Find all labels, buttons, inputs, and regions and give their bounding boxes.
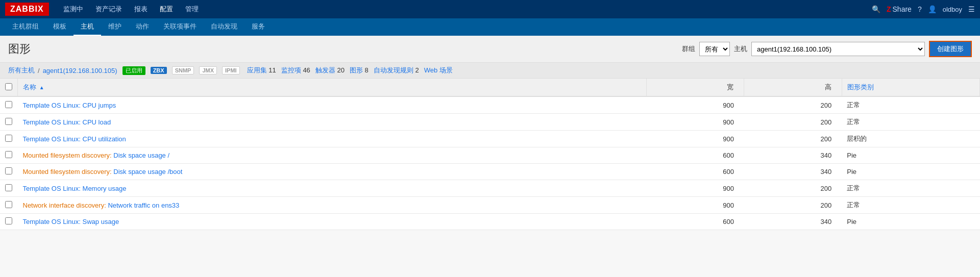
row-type: Pie bbox=[842, 214, 979, 230]
select-all-checkbox[interactable] bbox=[5, 83, 12, 90]
subnav-hostgroups[interactable]: 主机群组 bbox=[5, 18, 46, 36]
filter-group: 群组 所有 主机 agent1(192.168.100.105) 创建图形 bbox=[682, 41, 972, 57]
group-select[interactable]: 所有 bbox=[699, 42, 730, 56]
settings-icon[interactable]: ☰ bbox=[968, 5, 975, 13]
row-name[interactable]: Swap usage bbox=[81, 218, 119, 225]
row-checkbox[interactable] bbox=[5, 201, 12, 208]
row-name-cell: Template OS Linux: Memory usage bbox=[18, 180, 647, 197]
row-prefix[interactable]: Mounted filesystem discovery: bbox=[23, 168, 112, 175]
breadcrumb-all-hosts[interactable]: 所有主机 bbox=[8, 66, 35, 75]
subnav-correlations[interactable]: 关联项事件 bbox=[156, 18, 204, 36]
stat-triggers: 触发器 20 bbox=[315, 66, 345, 75]
enabled-badge: 已启用 bbox=[122, 66, 145, 75]
graphs-table: 名称 ▲ 宽 高 图形类别 Template OS Linux: CPU jum… bbox=[0, 79, 980, 230]
host-select[interactable]: agent1(192.168.100.105) bbox=[751, 42, 925, 56]
row-prefix[interactable]: Template OS Linux: bbox=[23, 102, 81, 109]
nav-reports[interactable]: 报表 bbox=[128, 0, 154, 18]
row-height: 200 bbox=[744, 114, 842, 131]
row-checkbox[interactable] bbox=[5, 135, 12, 142]
page-title: 图形 bbox=[8, 41, 31, 57]
row-checkbox[interactable] bbox=[5, 118, 12, 125]
nav-monitoring[interactable]: 监测中 bbox=[57, 0, 89, 18]
table-row: Template OS Linux: CPU jumps900200正常 bbox=[0, 96, 980, 114]
subnav-templates[interactable]: 模板 bbox=[46, 18, 74, 36]
stat-appsets-link[interactable]: 应用集 bbox=[247, 66, 267, 74]
search-icon[interactable]: 🔍 bbox=[872, 5, 880, 13]
row-checkbox[interactable] bbox=[5, 101, 12, 108]
stat-items-link[interactable]: 监控项 bbox=[281, 66, 301, 74]
username-label: oldboy bbox=[943, 6, 962, 13]
row-width: 900 bbox=[647, 131, 744, 147]
table-row: Template OS Linux: CPU load900200正常 bbox=[0, 114, 980, 131]
nav-assets[interactable]: 资产记录 bbox=[89, 0, 128, 18]
zabbix-z-icon: Z bbox=[887, 5, 891, 13]
host-label: 主机 bbox=[734, 44, 747, 54]
stat-graphs-link[interactable]: 图形 bbox=[350, 66, 363, 74]
row-name[interactable]: Disk space usage / bbox=[112, 152, 169, 159]
row-checkbox-cell bbox=[0, 164, 18, 180]
subnav-maintenance[interactable]: 维护 bbox=[101, 18, 129, 36]
row-type: Pie bbox=[842, 147, 979, 164]
row-checkbox[interactable] bbox=[5, 217, 12, 224]
stat-web-link[interactable]: Web 场景 bbox=[424, 66, 453, 74]
share-button[interactable]: Z Share bbox=[887, 5, 912, 13]
row-prefix[interactable]: Network interface discovery: bbox=[23, 202, 106, 209]
row-name[interactable]: Disk space usage /boot bbox=[112, 168, 183, 175]
help-icon[interactable]: ? bbox=[918, 5, 922, 13]
top-nav-right: 🔍 Z Share ? 👤 oldboy ☰ bbox=[872, 5, 975, 13]
sort-arrow-icon: ▲ bbox=[39, 85, 44, 90]
row-checkbox-cell bbox=[0, 96, 18, 114]
row-height: 340 bbox=[744, 147, 842, 164]
type-header[interactable]: 图形类别 bbox=[842, 79, 979, 96]
breadcrumb-stats: 应用集 11 监控项 46 触发器 20 图形 8 自动发现规则 2 Web 场… bbox=[247, 66, 453, 75]
table-row: Mounted filesystem discovery: Disk space… bbox=[0, 147, 980, 164]
nav-admin[interactable]: 管理 bbox=[179, 0, 205, 18]
breadcrumb-current-host[interactable]: agent1(192.168.100.105) bbox=[43, 67, 117, 74]
row-width: 900 bbox=[647, 180, 744, 197]
row-type: 正常 bbox=[842, 114, 979, 131]
user-icon[interactable]: 👤 bbox=[928, 5, 937, 13]
graphs-table-area: 名称 ▲ 宽 高 图形类别 Template OS Linux: CPU jum… bbox=[0, 79, 980, 230]
row-prefix[interactable]: Template OS Linux: bbox=[23, 185, 81, 192]
row-prefix[interactable]: Template OS Linux: bbox=[23, 135, 81, 143]
row-name[interactable]: CPU load bbox=[81, 118, 111, 126]
table-row: Template OS Linux: CPU utilization900200… bbox=[0, 131, 980, 147]
row-prefix[interactable]: Mounted filesystem discovery: bbox=[23, 152, 112, 159]
subnav-hosts[interactable]: 主机 bbox=[74, 18, 101, 36]
row-type: 正常 bbox=[842, 197, 979, 214]
stat-discovery: 自动发现规则 2 bbox=[374, 66, 419, 75]
row-type: Pie bbox=[842, 164, 979, 180]
row-prefix[interactable]: Template OS Linux: bbox=[23, 218, 81, 225]
row-name[interactable]: CPU jumps bbox=[81, 102, 116, 109]
row-checkbox[interactable] bbox=[5, 151, 12, 158]
subnav-actions[interactable]: 动作 bbox=[129, 18, 156, 36]
breadcrumb-bar: 所有主机 / agent1(192.168.100.105) 已启用 ZBX S… bbox=[0, 63, 980, 79]
stat-items-count: 46 bbox=[303, 66, 310, 74]
name-header[interactable]: 名称 ▲ bbox=[18, 79, 647, 96]
row-checkbox[interactable] bbox=[5, 167, 12, 174]
row-type: 正常 bbox=[842, 180, 979, 197]
row-name[interactable]: CPU utilization bbox=[81, 135, 126, 143]
stat-triggers-link[interactable]: 触发器 bbox=[315, 66, 335, 74]
row-height: 200 bbox=[744, 180, 842, 197]
row-name-cell: Mounted filesystem discovery: Disk space… bbox=[18, 147, 647, 164]
row-height: 340 bbox=[744, 164, 842, 180]
breadcrumb-separator: / bbox=[38, 67, 40, 74]
stat-discovery-link[interactable]: 自动发现规则 bbox=[374, 66, 413, 74]
nav-config[interactable]: 配置 bbox=[154, 0, 179, 18]
row-height: 200 bbox=[744, 197, 842, 214]
row-name[interactable]: Memory usage bbox=[81, 185, 127, 192]
table-row: Mounted filesystem discovery: Disk space… bbox=[0, 164, 980, 180]
table-row: Network interface discovery: Network tra… bbox=[0, 197, 980, 214]
stat-appsets-count: 11 bbox=[268, 66, 276, 74]
create-graph-button[interactable]: 创建图形 bbox=[929, 41, 972, 57]
checkbox-header bbox=[0, 79, 18, 96]
stat-discovery-count: 2 bbox=[415, 66, 419, 74]
table-header-row: 名称 ▲ 宽 高 图形类别 bbox=[0, 79, 980, 96]
row-prefix[interactable]: Template OS Linux: bbox=[23, 118, 81, 126]
subnav-discovery[interactable]: 自动发现 bbox=[204, 18, 244, 36]
row-name-cell: Template OS Linux: CPU jumps bbox=[18, 96, 647, 114]
subnav-services[interactable]: 服务 bbox=[244, 18, 272, 36]
row-name[interactable]: Network traffic on ens33 bbox=[106, 202, 180, 209]
row-checkbox[interactable] bbox=[5, 184, 12, 191]
